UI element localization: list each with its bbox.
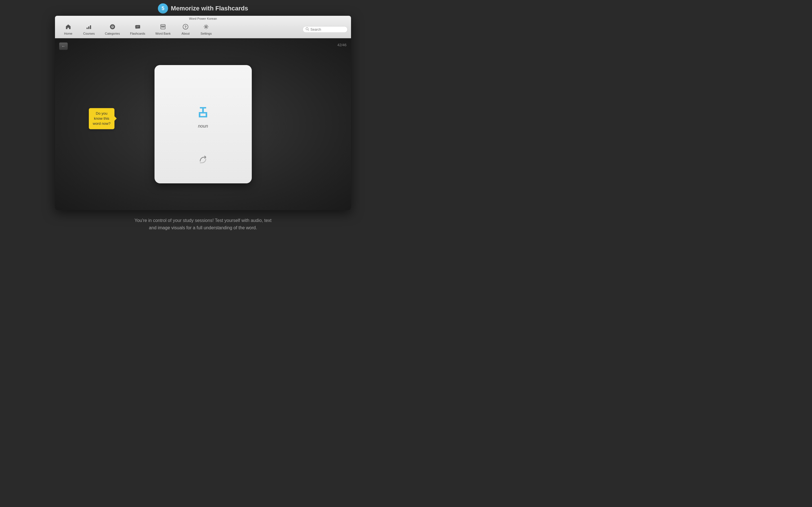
about-icon: ? [183, 24, 189, 31]
part-of-speech: noun [198, 124, 208, 129]
card-bottom [199, 156, 207, 166]
page-title: Memorize with Flashcards [171, 5, 248, 12]
nav-about-label: About [182, 32, 190, 35]
card-counter: 42/46 [337, 43, 347, 47]
content-area: ← 42/46 Do youknow thisword now? [55, 38, 351, 210]
courses-icon [86, 24, 92, 31]
svg-rect-21 [199, 112, 207, 114]
flashcard[interactable]: noun [154, 65, 252, 183]
svg-rect-10 [161, 25, 165, 26]
flashcards-icon [135, 24, 141, 31]
title-bar: 5 Memorize with Flashcards [0, 0, 406, 16]
svg-rect-2 [90, 25, 91, 29]
svg-rect-11 [161, 26, 162, 27]
nav-flashcards-label: Flashcards [130, 32, 145, 35]
svg-rect-24 [199, 116, 207, 117]
toolbar: Word Power Korean Home C [55, 16, 351, 38]
settings-icon [203, 24, 209, 31]
svg-line-18 [308, 30, 309, 31]
svg-rect-19 [200, 107, 206, 108]
footer-description: You're in control of your study sessions… [0, 210, 406, 238]
card-top: noun [195, 82, 211, 151]
search-icon [306, 27, 309, 32]
svg-rect-12 [162, 26, 163, 27]
toolbar-app-title: Word Power Korean [55, 16, 351, 21]
svg-point-16 [205, 26, 207, 27]
svg-rect-22 [199, 113, 200, 116]
svg-rect-20 [202, 108, 204, 112]
nav-wordbank[interactable]: Word Bank [150, 22, 175, 36]
home-icon [65, 24, 71, 31]
nav-home-label: Home [64, 32, 72, 35]
tooltip-text: Do youknow thisword now? [93, 111, 110, 126]
nav-home[interactable]: Home [58, 22, 78, 36]
back-arrow-icon: ← [61, 44, 65, 48]
svg-rect-6 [136, 25, 140, 29]
categories-icon [109, 24, 116, 31]
app-badge: 5 [158, 3, 168, 13]
search-input[interactable] [310, 27, 344, 32]
nav-wordbank-label: Word Bank [155, 32, 170, 35]
search-box[interactable] [303, 26, 348, 33]
svg-rect-23 [206, 113, 207, 116]
korean-character-icon [195, 105, 211, 120]
app-window: Word Power Korean Home C [55, 16, 351, 210]
wordbank-icon [160, 24, 166, 31]
toolbar-items: Home Courses [55, 21, 351, 38]
nav-categories-label: Categories [105, 32, 120, 35]
nav-courses-label: Courses [83, 32, 95, 35]
back-button[interactable]: ← [59, 42, 68, 50]
flip-icon[interactable] [199, 156, 207, 166]
svg-rect-0 [87, 27, 88, 29]
tooltip-bubble: Do youknow thisword now? [89, 108, 114, 129]
svg-rect-1 [88, 26, 89, 29]
nav-settings-label: Settings [200, 32, 212, 35]
footer-text: You're in control of your study sessions… [135, 218, 271, 230]
nav-settings[interactable]: Settings [195, 22, 217, 36]
nav-about[interactable]: ? About [175, 22, 195, 36]
nav-courses[interactable]: Courses [78, 22, 100, 36]
svg-text:?: ? [185, 25, 187, 29]
nav-categories[interactable]: Categories [100, 22, 125, 36]
nav-flashcards[interactable]: Flashcards [125, 22, 150, 36]
svg-rect-13 [163, 26, 165, 27]
